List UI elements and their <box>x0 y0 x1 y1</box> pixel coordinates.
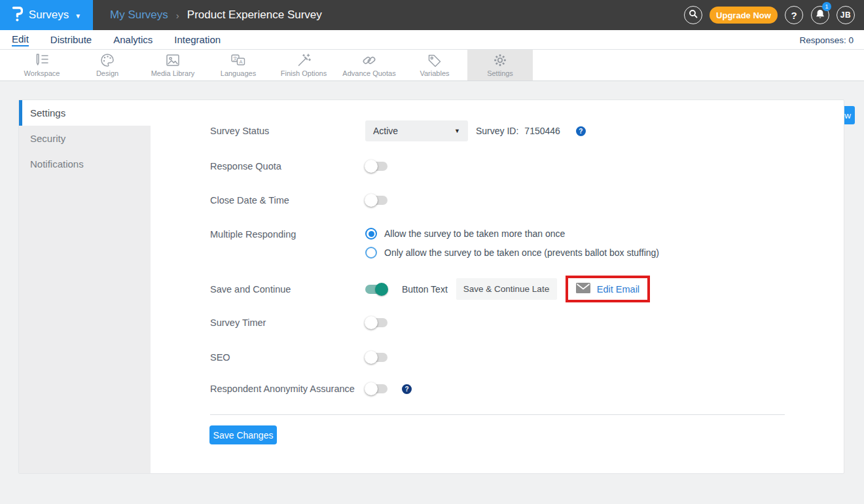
avatar-initials: JB <box>840 10 851 20</box>
toolbar-item-finish-options[interactable]: Finish Options <box>271 50 336 81</box>
seo-toggle[interactable] <box>365 353 387 362</box>
toolbar-item-design[interactable]: Design <box>75 50 140 81</box>
sidebar-item-notifications[interactable]: Notifications <box>19 151 151 177</box>
notification-count-badge: 1 <box>822 2 831 11</box>
workspace-icon <box>34 53 50 67</box>
multiple-responding-options: Allow the survey to be taken more than o… <box>365 228 659 259</box>
seo-row: SEO <box>210 351 387 364</box>
product-label: Surveys <box>29 9 69 22</box>
button-text-input[interactable] <box>456 278 557 300</box>
design-palette-icon <box>99 53 115 67</box>
toolbar-item-variables[interactable]: Variables <box>402 50 467 81</box>
settings-sidebar: Settings Security Notifications <box>19 100 151 473</box>
respondent-anonymity-row: Respondent Anonymity Assurance ? <box>210 382 412 395</box>
toggle-knob <box>365 194 378 207</box>
tab-analytics[interactable]: Analytics <box>113 30 153 49</box>
toggle-knob <box>375 283 388 296</box>
response-quota-label: Response Quota <box>210 161 365 171</box>
radio-unselected-icon <box>365 247 377 259</box>
chevron-down-icon: ▼ <box>75 12 81 20</box>
close-date-toggle[interactable] <box>365 196 387 205</box>
radio-selected-icon <box>365 228 377 240</box>
avatar[interactable]: JB <box>837 6 855 24</box>
respondent-anonymity-label: Respondent Anonymity Assurance <box>210 384 365 394</box>
breadcrumb: My Surveys › Product Experience Survey <box>110 0 322 30</box>
toolbar-item-advance-quotas[interactable]: Advance Quotas <box>336 50 402 81</box>
close-date-row: Close Date & Time <box>210 194 387 207</box>
response-quota-row: Response Quota <box>210 160 387 173</box>
breadcrumb-separator-icon: › <box>176 10 179 21</box>
survey-status-row: Survey Status Active ▼ Survey ID: 715044… <box>210 120 586 141</box>
save-and-continue-toggle[interactable] <box>365 285 387 294</box>
toggle-knob <box>365 160 378 173</box>
advance-quotas-chain-icon <box>361 53 378 67</box>
radio-option-only-once[interactable]: Only allow the survey to be taken once (… <box>365 247 659 259</box>
top-header: Surveys ▼ My Surveys › Product Experienc… <box>0 0 864 30</box>
tab-edit[interactable]: Edit <box>12 30 29 49</box>
survey-id-value: 7150446 <box>524 126 560 136</box>
form-divider <box>210 414 785 415</box>
toolbar-item-workspace[interactable]: Workspace <box>9 50 75 81</box>
breadcrumb-current-survey: Product Experience Survey <box>187 9 322 22</box>
toggle-knob <box>365 382 378 395</box>
product-switcher[interactable]: Surveys ▼ <box>0 0 93 30</box>
radio-option-allow-multiple[interactable]: Allow the survey to be taken more than o… <box>365 228 659 240</box>
survey-status-label: Survey Status <box>210 126 365 136</box>
button-text-label: Button Text <box>402 284 448 295</box>
search-icon <box>689 9 698 21</box>
finish-options-wand-icon <box>296 53 312 67</box>
breadcrumb-my-surveys[interactable]: My Surveys <box>110 9 168 22</box>
survey-status-dropdown[interactable]: Active ▼ <box>365 120 468 141</box>
question-mark-icon: ? <box>791 10 797 21</box>
survey-id-help-icon[interactable]: ? <box>576 126 586 136</box>
media-library-icon <box>165 53 181 67</box>
survey-timer-row: Survey Timer <box>210 316 387 329</box>
multiple-responding-label: Multiple Responding <box>210 229 365 240</box>
close-date-label: Close Date & Time <box>210 195 365 206</box>
help-button[interactable]: ? <box>785 6 803 24</box>
dropdown-caret-icon: ▼ <box>454 128 460 134</box>
save-and-continue-row: Save and Continue Button Text Edit Email <box>210 276 650 302</box>
edit-email-button-highlighted[interactable]: Edit Email <box>566 276 650 302</box>
seo-label: SEO <box>210 352 365 363</box>
search-button[interactable] <box>684 6 702 24</box>
edit-toolbar: Workspace Design Media Library <box>0 50 864 81</box>
survey-timer-label: Survey Timer <box>210 317 365 328</box>
save-and-continue-label: Save and Continue <box>210 284 365 295</box>
sidebar-item-settings[interactable]: Settings <box>19 100 151 126</box>
respondent-anonymity-help-icon[interactable]: ? <box>402 384 412 394</box>
toolbar-item-media-library[interactable]: Media Library <box>140 50 206 81</box>
survey-nav: Edit Distribute Analytics Integration Re… <box>0 30 864 50</box>
questionpro-logo-icon <box>12 6 23 25</box>
responses-count[interactable]: Responses: 0 <box>799 30 854 50</box>
sidebar-item-security[interactable]: Security <box>19 126 151 151</box>
survey-id-label: Survey ID: <box>476 126 518 136</box>
toggle-knob <box>365 351 378 364</box>
response-quota-toggle[interactable] <box>365 162 387 171</box>
multiple-responding-row: Multiple Responding Allow the survey to … <box>210 228 659 259</box>
survey-status-value: Active <box>373 126 398 136</box>
toggle-knob <box>365 316 378 329</box>
tab-distribute[interactable]: Distribute <box>50 30 92 49</box>
respondent-anonymity-toggle[interactable] <box>365 384 387 393</box>
bell-icon <box>816 9 825 22</box>
envelope-icon <box>576 283 590 296</box>
variables-tag-icon <box>427 53 442 67</box>
tab-integration[interactable]: Integration <box>174 30 221 49</box>
survey-timer-toggle[interactable] <box>365 318 387 327</box>
edit-email-label: Edit Email <box>597 284 639 295</box>
settings-panel: Settings Security Notifications Survey S… <box>18 99 844 474</box>
toolbar-item-settings[interactable]: Settings <box>467 50 533 81</box>
settings-gear-icon <box>492 53 508 67</box>
svg-text:A: A <box>239 59 242 65</box>
languages-icon: 文 A <box>230 53 247 67</box>
upgrade-now-button[interactable]: Upgrade Now <box>710 7 778 24</box>
toolbar-item-languages[interactable]: 文 A Languages <box>206 50 271 81</box>
save-changes-button[interactable]: Save Changes <box>209 425 277 444</box>
